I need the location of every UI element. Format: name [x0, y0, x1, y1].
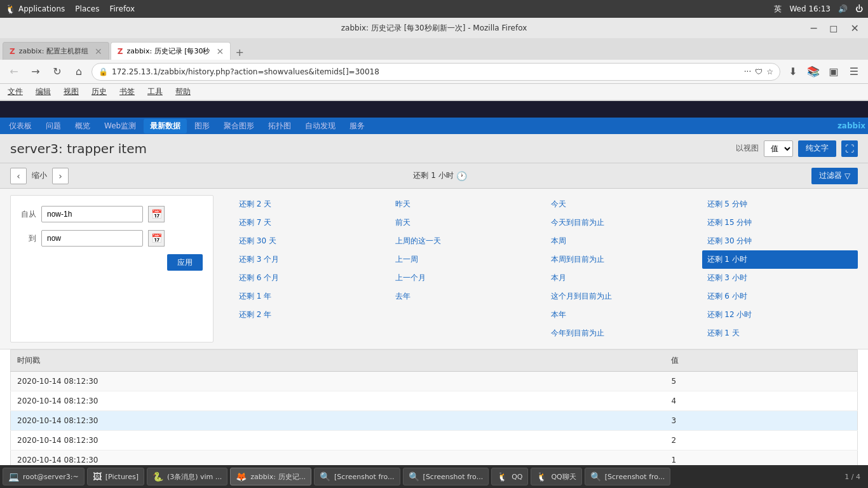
taskbar-qq[interactable]: 🐧 QQ [491, 468, 528, 485]
nav-maps[interactable]: 拓扑图 [262, 119, 297, 133]
nav-overview[interactable]: 概览 [69, 119, 97, 133]
next-period-button[interactable]: › [52, 168, 69, 184]
address-bar[interactable]: 🔒 172.25.13.1/zabbix/history.php?action=… [92, 63, 780, 81]
tab-close-1[interactable]: ✕ [95, 46, 102, 57]
bookmark-icon[interactable]: ☆ [766, 67, 773, 76]
firefox-menu[interactable]: Firefox [109, 4, 135, 13]
view-select[interactable]: 值 [764, 140, 793, 157]
taskbar-pictures[interactable]: 🖼 [Pictures] [87, 468, 144, 485]
to-input[interactable] [41, 230, 143, 247]
shortcut-this-week-so-far[interactable]: 本周到目前为止 [546, 250, 702, 269]
menu-view[interactable]: 视图 [58, 85, 84, 98]
browser-title: zabbix: 历史记录 [每30秒刷新一次] - Mozilla Firefo… [341, 23, 527, 34]
shortcut-6hours[interactable]: 还剩 6 小时 [702, 287, 858, 306]
menu-bookmarks[interactable]: 书签 [114, 85, 140, 98]
tab-1[interactable]: Z zabbix: 配置主机群组 ✕ [3, 42, 109, 60]
taskbar-screenshot2[interactable]: 🔍 [Screenshot fro... [403, 468, 489, 485]
shortcut-1year[interactable]: 还剩 1 年 [234, 287, 390, 306]
sidebar-toggle[interactable]: ▣ [825, 63, 843, 81]
nav-web[interactable]: Web监测 [98, 119, 142, 133]
shortcut-30min[interactable]: 还剩 30 分钟 [702, 232, 858, 250]
shortcut-2days[interactable]: 还剩 2 天 [234, 195, 390, 214]
nav-right: ⬇ 📚 ▣ ☰ [784, 63, 863, 81]
window-controls[interactable]: ─ ◻ ✕ [807, 21, 863, 36]
shortcut-this-year-so-far[interactable]: 今年到目前为止 [546, 324, 702, 342]
taskbar-vim-label: (3条消息) vim ... [167, 472, 222, 482]
menu-tools[interactable]: 工具 [142, 85, 168, 98]
shortcut-last-month[interactable]: 上一个月 [390, 269, 546, 287]
shortcut-3months[interactable]: 还剩 3 个月 [234, 250, 390, 269]
shortcut-3hours[interactable]: 还剩 3 小时 [702, 269, 858, 287]
volume-icon[interactable]: 🔊 [838, 4, 848, 13]
shortcut-5min[interactable]: 还剩 5 分钟 [702, 195, 858, 214]
menu-help[interactable]: 帮助 [170, 85, 196, 98]
shortcut-today[interactable]: 今天 [546, 195, 702, 214]
nav-problems[interactable]: 问题 [39, 119, 67, 133]
library-icon[interactable]: 📚 [804, 63, 822, 81]
menu-file[interactable]: 文件 [3, 85, 28, 98]
from-input[interactable] [41, 206, 143, 222]
shortcut-last-week[interactable]: 上一周 [390, 250, 546, 269]
shortcut-30days[interactable]: 还剩 30 天 [234, 232, 390, 250]
shortcut-yesterday[interactable]: 昨天 [390, 195, 546, 214]
shortcut-last-year[interactable]: 去年 [390, 287, 546, 306]
reload-button[interactable]: ↻ [48, 63, 66, 81]
tab-close-2[interactable]: ✕ [216, 46, 224, 57]
taskbar: 💻 root@server3:~ 🖼 [Pictures] 🐍 (3条消息) v… [0, 465, 868, 488]
taskbar-screenshot3[interactable]: 🔍 [Screenshot fro... [585, 468, 671, 485]
minimize-button[interactable]: ─ [807, 21, 821, 36]
shortcut-1day[interactable]: 还剩 1 天 [702, 324, 858, 342]
shortcut-this-month[interactable]: 本月 [546, 269, 702, 287]
shortcut-6months[interactable]: 还剩 6 个月 [234, 269, 390, 287]
applications-menu[interactable]: 🐧 Applications [5, 4, 65, 14]
menu-history[interactable]: 历史 [86, 85, 112, 98]
taskbar-terminal[interactable]: 💻 root@server3:~ [3, 468, 85, 485]
apply-button[interactable]: 应用 [167, 254, 203, 271]
taskbar-zabbix[interactable]: 🦊 zabbix: 历史记... [230, 468, 311, 485]
taskbar-qq-chat-label: QQ聊天 [551, 472, 576, 482]
nav-graphs[interactable]: 图形 [188, 119, 216, 133]
to-calendar-button[interactable]: 📅 [148, 230, 165, 247]
taskbar-vim[interactable]: 🐍 (3条消息) vim ... [147, 468, 227, 485]
cell-value: 4 [665, 391, 857, 411]
menu-edit[interactable]: 编辑 [31, 85, 56, 98]
zabbix-header [0, 101, 868, 118]
nav-services[interactable]: 服务 [343, 119, 371, 133]
expand-button[interactable]: ⛶ [841, 140, 858, 157]
tab-2[interactable]: Z zabbix: 历史记录 [每30秒 ✕ [111, 42, 231, 60]
nav-screens[interactable]: 聚合图形 [217, 119, 261, 133]
shortcut-today-so-far[interactable]: 今天到目前为止 [546, 214, 702, 232]
from-calendar-button[interactable]: 📅 [148, 206, 165, 222]
nav-latest-data[interactable]: 最新数据 [144, 119, 187, 133]
close-button[interactable]: ✕ [847, 21, 863, 36]
shortcut-2years[interactable]: 还剩 2 年 [234, 306, 390, 324]
shortcut-15min[interactable]: 还剩 15 分钟 [702, 214, 858, 232]
page-title: server3: trapper item [10, 141, 147, 156]
restore-button[interactable]: ◻ [825, 21, 841, 36]
back-button[interactable]: ← [5, 63, 23, 81]
taskbar-screenshot1[interactable]: 🔍 [Screenshot fro... [314, 468, 400, 485]
places-menu[interactable]: Places [75, 4, 99, 13]
forward-button[interactable]: → [27, 63, 44, 81]
shortcut-1hour[interactable]: 还剩 1 小时 [702, 250, 858, 269]
shortcut-this-month-so-far[interactable]: 这个月到目前为止 [546, 287, 702, 306]
new-tab-button[interactable]: + [232, 44, 247, 60]
shortcut-day-before[interactable]: 前天 [390, 214, 546, 232]
plain-text-button[interactable]: 纯文字 [798, 140, 836, 157]
prev-period-button[interactable]: ‹ [10, 168, 27, 184]
shortcut-this-day-last-week[interactable]: 上周的这一天 [390, 232, 546, 250]
power-icon[interactable]: ⏻ [855, 4, 863, 13]
nav-dashboard[interactable]: 仪表板 [3, 119, 38, 133]
shortcut-7days[interactable]: 还剩 7 天 [234, 214, 390, 232]
taskbar-qq-chat[interactable]: 🐧 QQ聊天 [531, 468, 581, 485]
hamburger-menu[interactable]: ☰ [845, 63, 863, 81]
filter-button[interactable]: 过滤器 ▽ [811, 168, 858, 184]
applications-label[interactable]: Applications [18, 4, 65, 13]
address-text: 172.25.13.1/zabbix/history.php?action=sh… [112, 67, 740, 76]
shortcut-this-week[interactable]: 本周 [546, 232, 702, 250]
shortcut-12hours[interactable]: 还剩 12 小时 [702, 306, 858, 324]
shortcut-this-year[interactable]: 本年 [546, 306, 702, 324]
home-button[interactable]: ⌂ [70, 63, 88, 81]
nav-discovery[interactable]: 自动发现 [299, 119, 342, 133]
download-icon[interactable]: ⬇ [784, 63, 802, 81]
